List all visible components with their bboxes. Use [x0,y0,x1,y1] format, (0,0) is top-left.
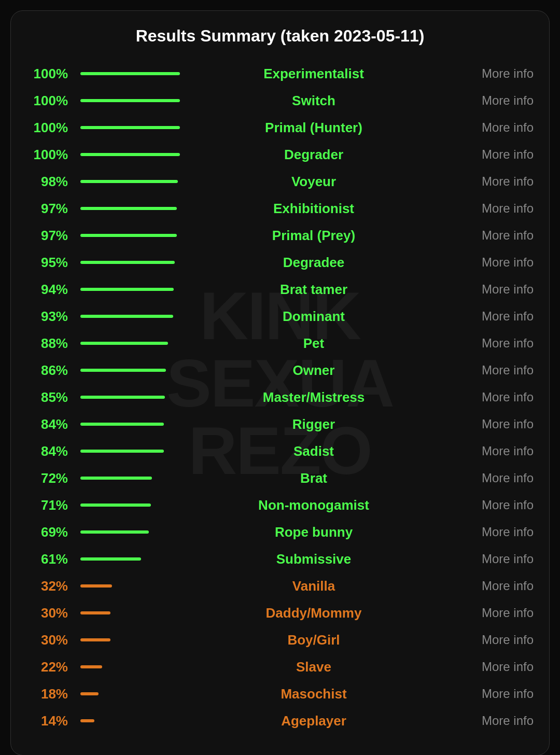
table-row: 85% Master/Mistress More info [21,384,539,411]
result-label: Rigger [187,416,440,432]
result-label: Dominant [187,309,440,325]
bar-container [73,72,187,75]
percentage: 97% [26,228,73,244]
result-label: Brat [187,470,440,486]
bar-track [80,423,180,426]
more-info-button[interactable]: More info [440,579,534,593]
percentage: 69% [26,524,73,540]
percentage: 98% [26,174,73,190]
bar-container [73,261,187,264]
bar-container [73,692,187,695]
page-title: Results Summary (taken 2023-05-11) [21,26,539,46]
bar-fill [80,342,168,345]
bar-track [80,72,180,75]
more-info-button[interactable]: More info [440,282,534,297]
result-label: Brat tamer [187,282,440,298]
more-info-button[interactable]: More info [440,660,534,674]
more-info-button[interactable]: More info [440,444,534,458]
more-info-button[interactable]: More info [440,633,534,647]
bar-fill [80,692,99,695]
bar-track [80,99,180,102]
bar-container [73,315,187,318]
percentage: 30% [26,605,73,621]
result-label: Sadist [187,443,440,459]
percentage: 84% [26,416,73,432]
bar-track [80,261,180,264]
bar-track [80,396,180,399]
result-label: Degrader [187,147,440,163]
bar-container [73,423,187,426]
result-label: Boy/Girl [187,632,440,648]
table-row: 93% Dominant More info [21,303,539,330]
bar-fill [80,369,166,372]
bar-container [73,557,187,561]
more-info-button[interactable]: More info [440,255,534,270]
bar-track [80,719,180,722]
table-row: 98% Voyeur More info [21,168,539,195]
bar-track [80,450,180,453]
more-info-button[interactable]: More info [440,93,534,108]
bar-fill [80,719,94,722]
table-row: 22% Slave More info [21,653,539,680]
bar-track [80,584,180,588]
more-info-button[interactable]: More info [440,498,534,512]
bar-container [73,504,187,507]
more-info-button[interactable]: More info [440,471,534,485]
bar-track [80,153,180,156]
more-info-button[interactable]: More info [440,120,534,135]
bar-fill [80,261,175,264]
result-label: Ageplayer [187,713,440,729]
more-info-button[interactable]: More info [440,417,534,431]
more-info-button[interactable]: More info [440,147,534,162]
bar-track [80,611,180,614]
bar-track [80,530,180,534]
bar-fill [80,72,180,75]
bar-container [73,180,187,183]
more-info-button[interactable]: More info [440,174,534,189]
bar-track [80,665,180,668]
table-row: 88% Pet More info [21,330,539,357]
bar-track [80,315,180,318]
bar-fill [80,153,180,156]
bar-fill [80,180,178,183]
more-info-button[interactable]: More info [440,66,534,81]
more-info-button[interactable]: More info [440,309,534,324]
more-info-button[interactable]: More info [440,228,534,243]
table-row: 97% Exhibitionist More info [21,195,539,222]
result-label: Primal (Hunter) [187,120,440,136]
table-row: 61% Submissive More info [21,546,539,572]
table-row: 71% Non-monogamist More info [21,492,539,519]
more-info-button[interactable]: More info [440,363,534,378]
table-row: 97% Primal (Prey) More info [21,222,539,249]
more-info-button[interactable]: More info [440,714,534,728]
bar-fill [80,530,149,534]
percentage: 100% [26,66,73,82]
more-info-button[interactable]: More info [440,687,534,701]
bar-container [73,638,187,641]
more-info-button[interactable]: More info [440,525,534,539]
percentage: 72% [26,470,73,486]
bar-container [73,207,187,210]
bar-track [80,342,180,345]
table-row: 100% Experimentalist More info [21,60,539,87]
bar-container [73,342,187,345]
bar-track [80,288,180,291]
result-label: Master/Mistress [187,389,440,406]
bar-container [73,719,187,722]
table-row: 30% Daddy/Mommy More info [21,599,539,626]
more-info-button[interactable]: More info [440,552,534,566]
bar-fill [80,477,152,480]
bar-track [80,504,180,507]
more-info-button[interactable]: More info [440,390,534,404]
table-row: 100% Degrader More info [21,141,539,168]
more-info-button[interactable]: More info [440,606,534,620]
bar-fill [80,396,165,399]
bar-container [73,450,187,453]
result-label: Degradee [187,255,440,271]
bar-fill [80,584,112,588]
more-info-button[interactable]: More info [440,336,534,351]
percentage: 22% [26,659,73,675]
bar-fill [80,126,180,129]
more-info-button[interactable]: More info [440,201,534,216]
percentage: 100% [26,120,73,136]
